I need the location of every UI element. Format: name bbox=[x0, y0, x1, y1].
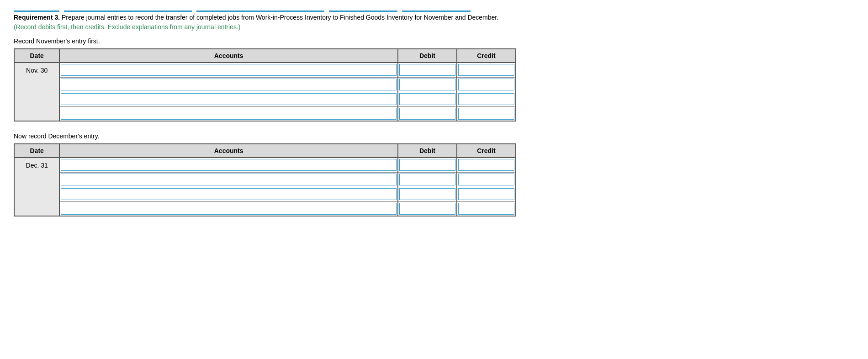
top-bar bbox=[14, 9, 516, 12]
december-debit-4[interactable] bbox=[398, 201, 457, 216]
november-credit-3[interactable] bbox=[457, 92, 516, 106]
november-credit-input-4[interactable] bbox=[458, 108, 514, 120]
november-row-4 bbox=[14, 106, 516, 121]
november-debit-input-1[interactable] bbox=[399, 64, 455, 76]
november-accounts-input-1[interactable] bbox=[61, 64, 397, 76]
december-credit-4[interactable] bbox=[457, 201, 516, 216]
november-accounts-input-4[interactable] bbox=[61, 108, 397, 120]
december-accounts-input-4[interactable] bbox=[61, 203, 397, 215]
november-accounts-3[interactable] bbox=[59, 92, 398, 106]
december-credit-input-4[interactable] bbox=[458, 203, 514, 215]
november-col-debit: Debit bbox=[398, 49, 457, 63]
november-debit-input-4[interactable] bbox=[399, 108, 455, 120]
december-accounts-1[interactable] bbox=[59, 158, 398, 172]
november-col-accounts: Accounts bbox=[59, 49, 398, 63]
december-debit-input-2[interactable] bbox=[399, 174, 455, 185]
december-debit-3[interactable] bbox=[398, 187, 457, 201]
november-debit-3[interactable] bbox=[398, 92, 457, 106]
november-accounts-input-3[interactable] bbox=[61, 93, 397, 105]
november-row-1: Nov. 30 bbox=[14, 63, 516, 77]
december-debit-2[interactable] bbox=[398, 172, 457, 187]
november-header-row: Date Accounts Debit Credit bbox=[14, 49, 516, 63]
november-credit-4[interactable] bbox=[457, 106, 516, 121]
november-credit-input-2[interactable] bbox=[458, 79, 514, 90]
november-accounts-4[interactable] bbox=[59, 106, 398, 121]
november-credit-1[interactable] bbox=[457, 63, 516, 77]
november-table: Date Accounts Debit Credit Nov. 30 bbox=[14, 48, 516, 121]
requirement-instruction: (Record debits first, then credits. Excl… bbox=[14, 23, 240, 31]
november-debit-4[interactable] bbox=[398, 106, 457, 121]
december-table: Date Accounts Debit Credit Dec. 31 bbox=[14, 143, 516, 216]
november-credit-2[interactable] bbox=[457, 77, 516, 92]
requirement-main: Prepare journal entries to record the tr… bbox=[62, 14, 498, 21]
december-accounts-4[interactable] bbox=[59, 201, 398, 216]
december-accounts-input-2[interactable] bbox=[61, 174, 397, 185]
december-credit-2[interactable] bbox=[457, 172, 516, 187]
november-section: Record November's entry first. Date Acco… bbox=[14, 37, 854, 121]
november-debit-1[interactable] bbox=[398, 63, 457, 77]
december-accounts-input-1[interactable] bbox=[61, 159, 397, 171]
december-row-2 bbox=[14, 172, 516, 187]
november-row-3 bbox=[14, 92, 516, 106]
december-accounts-2[interactable] bbox=[59, 172, 398, 187]
november-debit-input-3[interactable] bbox=[399, 93, 455, 105]
november-accounts-1[interactable] bbox=[59, 63, 398, 77]
december-accounts-input-3[interactable] bbox=[61, 188, 397, 200]
december-accounts-3[interactable] bbox=[59, 187, 398, 201]
december-debit-input-3[interactable] bbox=[399, 188, 455, 200]
december-credit-1[interactable] bbox=[457, 158, 516, 172]
december-credit-input-3[interactable] bbox=[458, 188, 514, 200]
december-row-4 bbox=[14, 201, 516, 216]
december-col-date: Date bbox=[14, 144, 59, 158]
november-col-credit: Credit bbox=[457, 49, 516, 63]
december-credit-input-1[interactable] bbox=[458, 159, 514, 171]
november-accounts-input-2[interactable] bbox=[61, 79, 397, 90]
december-label: Now record December's entry. bbox=[14, 132, 854, 140]
december-header-row: Date Accounts Debit Credit bbox=[14, 144, 516, 158]
december-col-debit: Debit bbox=[398, 144, 457, 158]
december-credit-input-2[interactable] bbox=[458, 174, 514, 185]
december-col-credit: Credit bbox=[457, 144, 516, 158]
december-debit-input-4[interactable] bbox=[399, 203, 455, 215]
november-debit-input-2[interactable] bbox=[399, 79, 455, 90]
december-row-1: Dec. 31 bbox=[14, 158, 516, 172]
november-credit-input-1[interactable] bbox=[458, 64, 514, 76]
november-label: Record November's entry first. bbox=[14, 37, 854, 45]
december-col-accounts: Accounts bbox=[59, 144, 398, 158]
requirement-label: Requirement 3. bbox=[14, 14, 60, 21]
november-credit-input-3[interactable] bbox=[458, 93, 514, 105]
november-date-cell: Nov. 30 bbox=[14, 63, 59, 121]
page-content: Requirement 3. Prepare journal entries t… bbox=[14, 9, 854, 216]
december-section: Now record December's entry. Date Accoun… bbox=[14, 132, 854, 216]
december-credit-3[interactable] bbox=[457, 187, 516, 201]
december-date-cell: Dec. 31 bbox=[14, 158, 59, 216]
december-debit-input-1[interactable] bbox=[399, 159, 455, 171]
november-row-2 bbox=[14, 77, 516, 92]
november-col-date: Date bbox=[14, 49, 59, 63]
december-debit-1[interactable] bbox=[398, 158, 457, 172]
november-accounts-2[interactable] bbox=[59, 77, 398, 92]
december-row-3 bbox=[14, 187, 516, 201]
requirement-text: Requirement 3. Prepare journal entries t… bbox=[14, 13, 854, 32]
november-debit-2[interactable] bbox=[398, 77, 457, 92]
